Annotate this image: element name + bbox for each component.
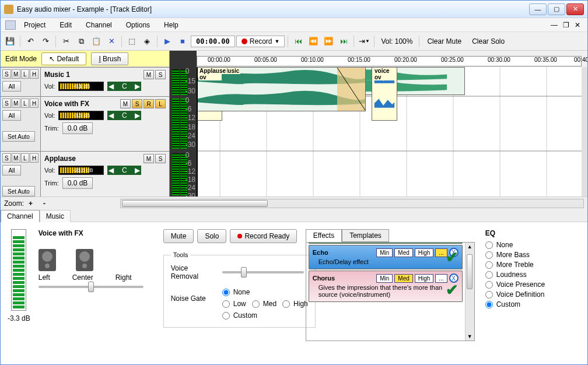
close-button[interactable]: ✕ bbox=[566, 3, 584, 15]
fx-scrollbar[interactable]: ▲ ▼ bbox=[465, 243, 474, 341]
record-button[interactable]: Record▼ bbox=[236, 36, 285, 47]
h-scrollbar[interactable] bbox=[120, 199, 584, 208]
echo-high[interactable]: High bbox=[415, 248, 434, 257]
track1-h[interactable]: H bbox=[30, 69, 38, 79]
track2-mute[interactable]: M bbox=[120, 99, 131, 108]
track3-l[interactable]: L bbox=[21, 153, 30, 163]
track1-m[interactable]: M bbox=[12, 69, 20, 79]
chorus-med[interactable]: Med bbox=[394, 274, 412, 283]
track3-h[interactable]: H bbox=[30, 153, 38, 163]
chorus-high[interactable]: High bbox=[415, 274, 434, 283]
menu-project[interactable]: Project bbox=[18, 20, 51, 30]
forward-icon[interactable]: ⏩ bbox=[321, 34, 335, 48]
paste-icon[interactable]: 📋 bbox=[89, 34, 103, 48]
undo-icon[interactable]: ↶ bbox=[23, 34, 37, 48]
voice-removal-slider[interactable] bbox=[222, 271, 304, 273]
tracks-v-scrollbar[interactable] bbox=[582, 67, 587, 196]
clear-mute-button[interactable]: Clear Mute bbox=[422, 36, 466, 47]
mute-button[interactable]: Mute bbox=[163, 229, 194, 243]
echo-min[interactable]: Min bbox=[376, 248, 393, 257]
menu-channel[interactable]: Channel bbox=[80, 20, 118, 30]
app-menu-icon[interactable] bbox=[5, 20, 16, 30]
chorus-min[interactable]: Min bbox=[376, 274, 393, 283]
stop-icon[interactable]: ■ bbox=[176, 34, 190, 48]
menu-help[interactable]: Help bbox=[158, 20, 184, 30]
menu-edit[interactable]: Edit bbox=[54, 20, 78, 30]
playhead[interactable] bbox=[197, 67, 198, 196]
track1-pan[interactable]: ◀C▶ bbox=[107, 82, 141, 91]
track1-s[interactable]: S bbox=[2, 69, 11, 79]
echo-med[interactable]: Med bbox=[394, 248, 412, 257]
rewind-start-icon[interactable]: ⏮ bbox=[291, 34, 305, 48]
fx-tab-templates[interactable]: Templates bbox=[342, 229, 389, 242]
solo-button[interactable]: Solo bbox=[197, 229, 226, 243]
clip-voice-2[interactable]: voice ov bbox=[372, 67, 397, 121]
track3-m[interactable]: M bbox=[12, 153, 20, 163]
fx-tab-effects[interactable]: Effects bbox=[306, 229, 342, 242]
forward-end-icon[interactable]: ⏭ bbox=[337, 34, 351, 48]
track3-solo[interactable]: S bbox=[155, 154, 166, 163]
redo-icon[interactable]: ↷ bbox=[38, 34, 52, 48]
track2-lc[interactable]: L bbox=[155, 99, 166, 108]
track2-pan[interactable]: ◀C▶ bbox=[107, 111, 141, 120]
track1-all[interactable]: All bbox=[2, 81, 21, 92]
eq-def[interactable] bbox=[485, 291, 493, 299]
edit-mode-brush[interactable]: I Brush bbox=[91, 52, 128, 65]
copy-icon[interactable]: ⧉ bbox=[74, 34, 88, 48]
menu-options[interactable]: Options bbox=[120, 20, 156, 30]
zoom-in[interactable]: + bbox=[29, 199, 33, 208]
eq-none[interactable] bbox=[485, 241, 493, 249]
track1-l[interactable]: L bbox=[21, 69, 30, 79]
rewind-icon[interactable]: ⏪ bbox=[306, 34, 320, 48]
mdi-minimize[interactable]: — bbox=[549, 21, 559, 29]
snap-icon[interactable]: ⇥▼ bbox=[357, 34, 371, 48]
delete-icon[interactable]: ✕ bbox=[104, 34, 118, 48]
track1-solo[interactable]: S bbox=[155, 70, 166, 79]
play-icon[interactable]: ▶ bbox=[160, 34, 174, 48]
track3-setauto[interactable]: Set Auto bbox=[2, 186, 35, 196]
save-icon[interactable]: 💾 bbox=[3, 34, 17, 48]
tool2-icon[interactable]: ◈ bbox=[140, 34, 154, 48]
track2-l[interactable]: L bbox=[21, 99, 30, 108]
track3-pan[interactable]: ◀C▶ bbox=[107, 166, 141, 175]
track3-trim[interactable]: 0.0 dB bbox=[62, 177, 93, 189]
track2-r[interactable]: R bbox=[144, 99, 154, 108]
pan-slider[interactable] bbox=[38, 286, 144, 288]
track2-solo[interactable]: S bbox=[132, 99, 142, 108]
track3-mute[interactable]: M bbox=[144, 154, 154, 163]
track-canvas[interactable]: Music voice ov voice ov Applause bbox=[197, 67, 582, 196]
record-ready-button[interactable]: Record Ready bbox=[230, 229, 297, 243]
track1-mute[interactable]: M bbox=[144, 70, 154, 79]
track2-setauto[interactable]: Set Auto bbox=[2, 131, 35, 142]
clip-applause[interactable]: Applause bbox=[197, 67, 366, 111]
ng-none[interactable] bbox=[222, 289, 230, 296]
fx-chorus[interactable]: Chorus Min Med High ... X Gives the impr… bbox=[309, 271, 463, 302]
eq-bass[interactable] bbox=[485, 251, 493, 259]
track1-vol-meter[interactable]: -8.1 dB bbox=[58, 82, 104, 91]
tool1-icon[interactable]: ⬚ bbox=[125, 34, 139, 48]
volume-label[interactable]: Vol: 100% bbox=[377, 37, 416, 45]
clear-solo-button[interactable]: Clear Solo bbox=[467, 36, 509, 47]
track2-vol-meter[interactable]: -3.3 dB bbox=[58, 111, 104, 120]
fx-echo[interactable]: Echo Min Med High ... X Echo/Delay effec… bbox=[309, 245, 463, 269]
mdi-close[interactable]: ✕ bbox=[572, 21, 583, 29]
tab-channel[interactable]: Channel bbox=[1, 210, 40, 222]
track2-h[interactable]: H bbox=[30, 99, 38, 108]
zoom-out[interactable]: - bbox=[43, 199, 46, 208]
eq-presence[interactable] bbox=[485, 281, 493, 289]
ng-low[interactable] bbox=[222, 300, 230, 308]
track2-trim[interactable]: 0.0 dB bbox=[62, 122, 93, 134]
eq-treble[interactable] bbox=[485, 261, 493, 269]
track3-s[interactable]: S bbox=[2, 153, 11, 163]
edit-mode-default[interactable]: ↖ Default bbox=[41, 52, 86, 65]
track3-vol-meter[interactable]: -21.0 dB bbox=[58, 166, 104, 175]
eq-loud[interactable] bbox=[485, 271, 493, 279]
maximize-button[interactable]: ▢ bbox=[548, 3, 565, 15]
ng-custom[interactable] bbox=[222, 312, 230, 320]
fx-room[interactable]: source is inside a big room. ✔ bbox=[309, 242, 463, 244]
mdi-restore[interactable]: ❐ bbox=[561, 21, 571, 29]
ng-med[interactable] bbox=[252, 300, 260, 308]
track2-m[interactable]: M bbox=[12, 99, 20, 108]
tab-music[interactable]: Music bbox=[40, 210, 71, 222]
eq-custom[interactable] bbox=[485, 301, 493, 308]
